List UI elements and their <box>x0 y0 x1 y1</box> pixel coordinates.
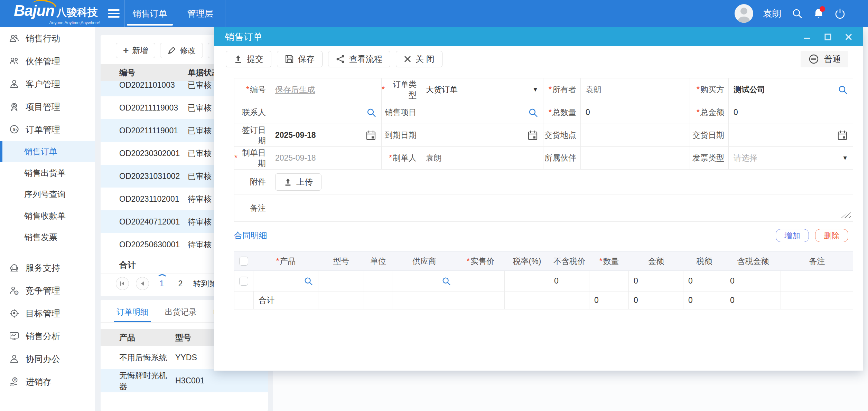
sidebar-item-project-mgmt[interactable]: 项目管理 <box>0 95 95 118</box>
delete-line-button[interactable]: 删除 <box>815 229 848 242</box>
prev-page-button[interactable] <box>136 277 149 290</box>
untaxed-price-cell[interactable]: 0 <box>549 271 589 291</box>
sidebar-subitem-sales-invoice[interactable]: 销售发票 <box>0 227 95 248</box>
contract-lines-section-header: 合同明细 增加 删除 <box>234 229 848 242</box>
minimize-icon[interactable] <box>802 32 812 42</box>
label-total-amount: 总金额 <box>690 101 729 124</box>
select-all-checkbox[interactable] <box>239 257 248 266</box>
col-tax-rate: 税率(%) <box>505 252 549 270</box>
sidebar-subitem-sales-receipt[interactable]: 销售收款单 <box>0 205 95 227</box>
label-order-no: 编号 <box>234 78 270 101</box>
sale-price-cell[interactable] <box>456 271 505 291</box>
buyer-field[interactable]: 测试公司 <box>729 78 853 101</box>
calendar-icon[interactable] <box>837 130 848 141</box>
sidebar-item-inventory[interactable]: ¥ 进销存 <box>0 370 95 393</box>
sidebar-item-service-support[interactable]: 服务支持 <box>0 256 95 279</box>
label-create-date: 制单日期 <box>234 147 270 170</box>
sidebar-item-sales-analysis[interactable]: 销售分析 <box>0 325 95 347</box>
label-sales-project: 销售项目 <box>382 101 421 124</box>
app-logo: Bajun 八骏科技 Anyone,Anytime,Anywhere! <box>14 2 100 25</box>
label-total-qty: 总数量 <box>543 101 581 124</box>
user-name[interactable]: 袁朗 <box>763 7 782 20</box>
total-qty-field[interactable]: 0 <box>581 101 690 124</box>
delivery-date-field[interactable] <box>729 124 853 147</box>
page-number-1[interactable]: 1 <box>156 279 168 288</box>
close-x-icon <box>404 55 411 63</box>
contact-field[interactable] <box>270 101 382 124</box>
sidebar-subitem-serial-query[interactable]: 序列号查询 <box>0 184 95 205</box>
maximize-icon[interactable] <box>823 32 833 42</box>
bell-icon[interactable] <box>813 8 824 19</box>
tax-cell[interactable]: 0 <box>683 271 725 291</box>
taxed-amount-cell[interactable]: 0 <box>725 271 781 291</box>
product-search-field[interactable] <box>253 271 318 291</box>
svg-text:¥: ¥ <box>14 378 16 382</box>
order-no-field[interactable]: 保存后生成 <box>270 78 382 101</box>
search-icon[interactable] <box>366 107 376 118</box>
sidebar-item-sales-action[interactable]: 销售行动 <box>0 27 95 50</box>
unit-cell[interactable] <box>364 271 392 291</box>
remark-textarea[interactable] <box>270 194 853 222</box>
avatar[interactable] <box>735 4 753 23</box>
upload-icon <box>234 55 243 64</box>
page-number-2[interactable]: 2 <box>175 279 186 288</box>
supplier-search-field[interactable] <box>392 271 456 291</box>
sidebar-item-target-mgmt[interactable]: 目标管理 <box>0 302 95 325</box>
calendar-icon[interactable] <box>527 130 538 141</box>
tab-order-lines[interactable]: 订单明细 <box>116 304 149 322</box>
total-amount-field[interactable]: 0 <box>729 101 853 124</box>
view-flow-button[interactable]: 查看流程 <box>328 51 390 67</box>
order-type-select[interactable]: 大货订单▼ <box>421 78 543 101</box>
invoice-type-select[interactable]: 请选择▼ <box>729 147 853 170</box>
due-date-field[interactable] <box>421 124 543 147</box>
list-item[interactable]: 无悔牌时光机器 H3C001 <box>101 369 268 392</box>
power-icon[interactable] <box>834 8 846 19</box>
search-icon[interactable] <box>304 276 313 286</box>
sidebar-item-partner-mgmt[interactable]: 伙伴管理 <box>0 50 95 73</box>
contract-table-header: 产品 型号 单位 供应商 实售价 税率(%) 不含税价 数量 金额 税额 含税金… <box>234 251 853 271</box>
tax-rate-cell[interactable] <box>505 271 549 291</box>
partner-field[interactable] <box>581 147 690 170</box>
add-line-button[interactable]: 增加 <box>776 229 809 242</box>
sidebar-subitem-sales-order[interactable]: 销售订单 <box>0 141 95 162</box>
calendar-icon[interactable] <box>365 130 376 141</box>
label-sign-date: 签订日期 <box>234 124 270 147</box>
sidebar-subitem-sales-shipment[interactable]: 销售出货单 <box>0 162 95 184</box>
search-icon[interactable] <box>528 107 538 118</box>
close-button[interactable]: 关 闭 <box>396 51 442 67</box>
close-icon[interactable] <box>843 32 854 42</box>
sign-date-field[interactable]: 2025-09-18 <box>270 124 382 147</box>
col-unit: 单位 <box>364 252 392 270</box>
resize-grip-icon[interactable] <box>841 210 851 218</box>
delivery-place-field[interactable] <box>581 124 690 147</box>
search-icon[interactable] <box>441 276 451 286</box>
col-tax: 税额 <box>683 252 725 270</box>
first-page-button[interactable] <box>116 277 129 290</box>
tab-management[interactable]: 管理层 <box>175 0 225 27</box>
qty-cell[interactable] <box>589 271 629 291</box>
edit-button[interactable]: 修改 <box>160 43 203 58</box>
total-tax: 0 <box>683 291 725 309</box>
save-button[interactable]: 保存 <box>277 51 323 67</box>
amount-cell[interactable]: 0 <box>629 271 683 291</box>
tab-sales-order[interactable]: 销售订单 <box>124 0 175 27</box>
tab-shipment-records[interactable]: 出货记录 <box>164 304 197 322</box>
section-title: 合同明细 <box>234 230 267 241</box>
sidebar-item-collaboration[interactable]: 协同办公 <box>0 347 95 370</box>
sales-project-field[interactable] <box>421 101 543 124</box>
sidebar-item-competition-mgmt[interactable]: vs 竞争管理 <box>0 279 95 302</box>
add-button[interactable]: + 新增 <box>116 43 155 58</box>
search-icon[interactable] <box>838 85 848 95</box>
submit-button[interactable]: 提交 <box>226 51 271 67</box>
priority-selector[interactable]: 普通 <box>801 51 848 67</box>
creator-field: 袁朗 <box>421 147 543 170</box>
model-cell[interactable] <box>318 271 364 291</box>
upload-button[interactable]: 上传 <box>275 173 321 191</box>
hamburger-menu-icon[interactable] <box>108 7 120 20</box>
total-taxed-amount: 0 <box>725 291 781 309</box>
sidebar-item-order-mgmt[interactable]: ¥ 订单管理 <box>0 118 95 141</box>
remark-cell[interactable] <box>781 271 853 291</box>
search-icon[interactable] <box>791 8 803 19</box>
sidebar-item-customer-mgmt[interactable]: 客户管理 <box>0 73 95 95</box>
row-checkbox[interactable] <box>239 277 248 286</box>
